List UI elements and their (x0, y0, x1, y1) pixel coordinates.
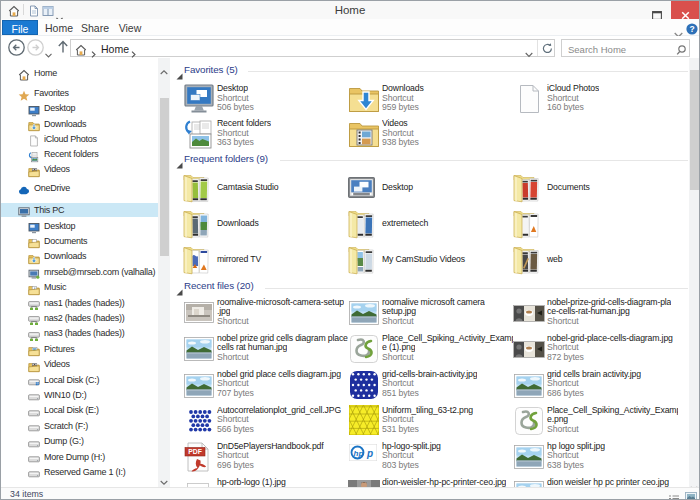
svg-text:p: p (366, 447, 373, 458)
svg-text:?: ? (689, 24, 694, 34)
svg-text:hp: hp (354, 448, 364, 457)
svg-text:PDF: PDF (188, 448, 202, 455)
